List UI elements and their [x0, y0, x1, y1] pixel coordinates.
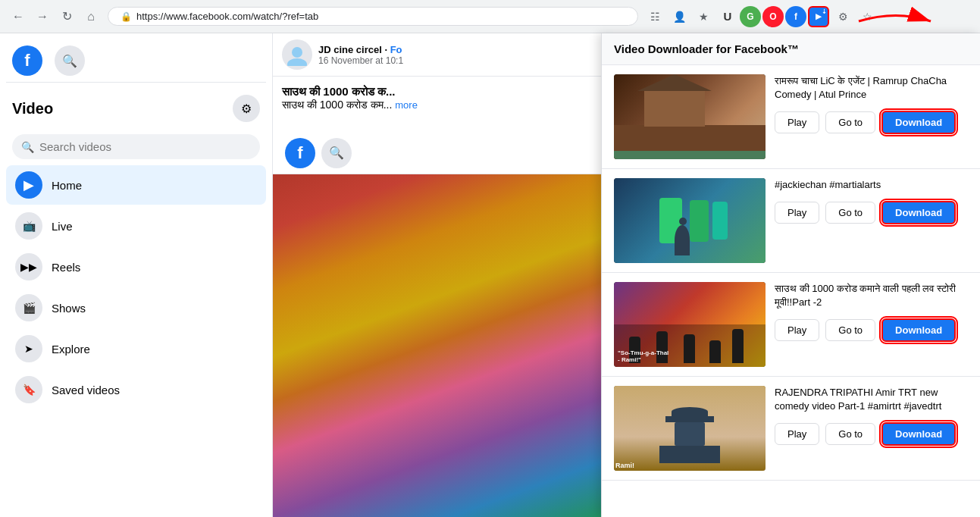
play-button-3[interactable]: Play: [775, 319, 819, 341]
video-info-4: RAJENDRA TRIPATHI Amir TRT new comedy vi…: [775, 386, 968, 446]
search-box: 🔍: [12, 134, 260, 159]
sidebar-header: Video ⚙: [6, 89, 266, 128]
video-description-4: RAJENDRA TRIPATHI Amir TRT new comedy vi…: [775, 386, 968, 413]
sidebar-item-label: Reels: [52, 261, 80, 274]
bookmark-star-button[interactable]: ☆: [856, 6, 878, 27]
video-thumbnail-3: "So-Tmu-g-a-Thal- Rami!": [614, 282, 766, 367]
search-icon: 🔍: [21, 141, 34, 153]
ext-fb-button[interactable]: f: [785, 6, 806, 27]
goto-button-4[interactable]: Go to: [825, 423, 875, 445]
profile-button[interactable]: 👤: [668, 6, 690, 27]
facebook-container: f 🔍 Video ⚙ 🔍 ▶ Home 📺 Live ▶▶ Reels 🎬 S…: [0, 33, 980, 517]
popup-header: Video Downloader for Facebook™: [602, 33, 980, 65]
play-button-1[interactable]: Play: [775, 111, 819, 133]
url-text: https://www.facebook.com/watch/?ref=tab: [136, 11, 318, 22]
video-description-1: रामरूप चाचा LiC के एजेंट | Ramrup ChaCha…: [775, 74, 968, 102]
search-input[interactable]: [12, 134, 260, 159]
sidebar-item-reels[interactable]: ▶▶ Reels: [6, 247, 266, 287]
video-actions-2: Play Go to Download: [775, 201, 968, 224]
browser-actions: ☷ 👤 ★ U G O f ▶⇣ ⚙ ☆: [644, 6, 878, 27]
sidebar-item-live[interactable]: 📺 Live: [6, 206, 266, 246]
video-thumbnail-1: [614, 74, 766, 159]
follow-button[interactable]: Fo: [390, 44, 402, 55]
download-button-3[interactable]: Download: [881, 318, 956, 342]
download-button-4[interactable]: Download: [881, 422, 956, 446]
play-button-2[interactable]: Play: [775, 202, 819, 224]
sidebar: f 🔍 Video ⚙ 🔍 ▶ Home 📺 Live ▶▶ Reels 🎬 S…: [0, 33, 273, 517]
shows-icon: 🎬: [15, 294, 42, 321]
more-link[interactable]: more: [395, 99, 418, 111]
ext-green-button[interactable]: G: [740, 6, 761, 27]
sidebar-item-label: Explore: [52, 343, 90, 356]
download-button-2[interactable]: Download: [881, 201, 956, 224]
video-item: Rami! RAJENDRA TRIPATHI Amir TRT new com…: [602, 377, 980, 481]
popup-scrollable[interactable]: रामरूप चाचा LiC के एजेंट | Ramrup ChaCha…: [602, 65, 980, 517]
saved-videos-icon: 🔖: [15, 376, 42, 403]
facebook-logo: f: [12, 45, 42, 76]
forward-button[interactable]: →: [32, 6, 53, 27]
browser-nav-buttons: ← → ↻ ⌂: [8, 6, 102, 27]
video-description-2: #jackiechan #martialarts: [775, 178, 968, 192]
extension-buttons: U G O f ▶⇣: [717, 6, 829, 27]
sidebar-item-explore[interactable]: ➤ Explore: [6, 329, 266, 368]
video-info-2: #jackiechan #martialarts Play Go to Down…: [775, 178, 968, 224]
video-thumbnail-2: [614, 178, 766, 263]
goto-button-2[interactable]: Go to: [825, 202, 875, 224]
sidebar-item-label: Saved videos: [52, 384, 120, 396]
video-thumbnail-4: Rami!: [614, 386, 766, 471]
video-downloader-ext-button[interactable]: ▶⇣: [808, 6, 829, 27]
download-button-1[interactable]: Download: [881, 111, 956, 134]
home-button[interactable]: ⌂: [80, 6, 102, 27]
explore-icon: ➤: [15, 335, 42, 362]
browser-chrome: ← → ↻ ⌂ 🔒 https://www.facebook.com/watch…: [0, 0, 980, 33]
popup-title: Video Downloader for Facebook™: [614, 42, 968, 55]
ext-u-button[interactable]: U: [717, 6, 738, 27]
goto-button-1[interactable]: Go to: [825, 111, 875, 133]
video-description-3: साउथ की 1000 करोड कमाने वाली पहली लव स्ट…: [775, 282, 968, 309]
sidebar-item-label: Live: [52, 220, 73, 233]
video-info-1: रामरूप चाचा LiC के एजेंट | Ramrup ChaCha…: [775, 74, 968, 134]
tab-button[interactable]: ☷: [644, 6, 665, 27]
address-bar[interactable]: 🔒 https://www.facebook.com/watch/?ref=ta…: [108, 7, 638, 26]
settings-gear-button[interactable]: ⚙: [233, 95, 260, 122]
live-icon: 📺: [15, 212, 42, 240]
reels-icon: ▶▶: [15, 253, 42, 280]
settings-button[interactable]: ⚙: [832, 6, 853, 27]
extension-popup: Video Downloader for Facebook™: [601, 33, 980, 517]
svg-point-2: [287, 58, 307, 66]
sidebar-item-label: Shows: [52, 302, 86, 315]
home-icon: ▶: [15, 171, 42, 199]
bookmark-button[interactable]: ★: [693, 6, 714, 27]
video-item: #jackiechan #martialarts Play Go to Down…: [602, 169, 980, 273]
sidebar-item-home[interactable]: ▶ Home: [6, 165, 266, 205]
video-actions-4: Play Go to Download: [775, 422, 968, 446]
video-actions-1: Play Go to Download: [775, 111, 968, 134]
lock-icon: 🔒: [121, 11, 132, 22]
video-info-3: साउथ की 1000 करोड कमाने वाली पहली लव स्ट…: [775, 282, 968, 342]
video-item: रामरूप चाचा LiC के एजेंट | Ramrup ChaCha…: [602, 65, 980, 169]
sidebar-item-shows[interactable]: 🎬 Shows: [6, 288, 266, 327]
sidebar-item-label: Home: [52, 179, 82, 192]
sidebar-item-saved-videos[interactable]: 🔖 Saved videos: [6, 370, 266, 409]
user-avatar: [282, 39, 312, 70]
refresh-button[interactable]: ↻: [56, 6, 77, 27]
ext-opera-button[interactable]: O: [762, 6, 784, 27]
fb-search-button[interactable]: 🔍: [55, 45, 85, 76]
back-button[interactable]: ←: [8, 6, 29, 27]
sidebar-title: Video: [12, 100, 53, 118]
video-item: "So-Tmu-g-a-Thal- Rami!" साउथ की 1000 कर…: [602, 273, 980, 377]
play-button-4[interactable]: Play: [775, 423, 819, 445]
goto-button-3[interactable]: Go to: [825, 319, 875, 341]
svg-point-1: [292, 47, 302, 58]
video-actions-3: Play Go to Download: [775, 318, 968, 342]
